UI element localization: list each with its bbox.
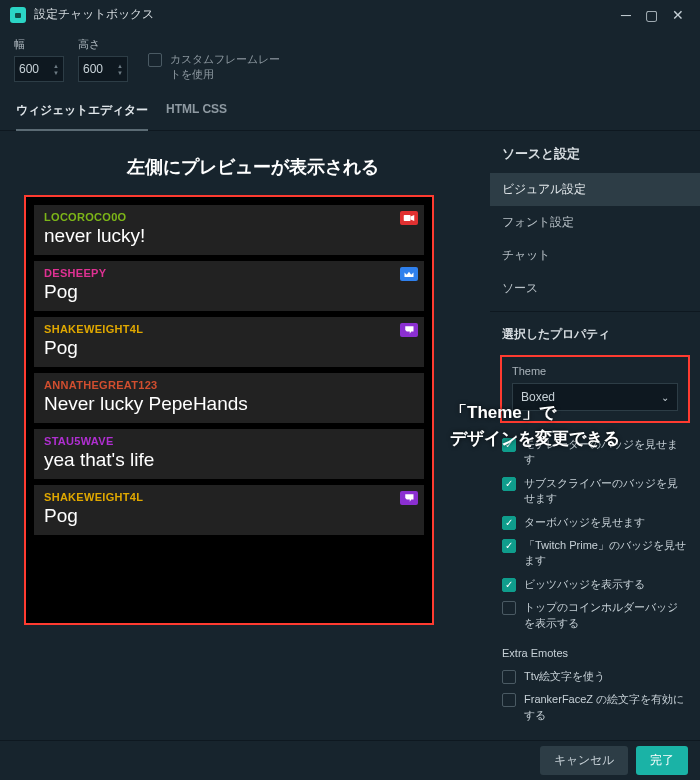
extra-emotes-header: Extra Emotes (490, 635, 700, 665)
chat-text: Never lucky PepeHands (44, 393, 414, 415)
nav-font-settings[interactable]: フォント設定 (490, 206, 700, 239)
chat-text: Pog (44, 505, 414, 527)
chat-message: STAU5WAVEyea that's life (34, 429, 424, 479)
check-prime-badge[interactable]: 「Twitch Prime」のバッジを見せます (490, 534, 700, 573)
checkbox-icon (502, 693, 516, 707)
chat-username: DESHEEPY (44, 267, 414, 279)
checkbox-icon (502, 578, 516, 592)
chat-message: LOCOROCO0Onever lucky! (34, 205, 424, 255)
check-ffz[interactable]: FrankerFaceZ の絵文字を有効にする (490, 688, 700, 727)
chat-username: SHAKEWEIGHT4L (44, 491, 414, 503)
chat-message: DESHEEPYPog (34, 261, 424, 311)
height-input[interactable]: 600 ▲▼ (78, 56, 128, 82)
width-label: 幅 (14, 37, 64, 52)
chat-preview: LOCOROCO0Onever lucky!DESHEEPYPogSHAKEWE… (24, 195, 434, 625)
nav-visual-settings[interactable]: ビジュアル設定 (490, 173, 700, 206)
check-bits-badge[interactable]: ビッツバッジを表示する (490, 573, 700, 596)
chat-message: SHAKEWEIGHT4LPog (34, 485, 424, 535)
minimize-button[interactable]: ─ (621, 7, 631, 23)
close-button[interactable]: ✕ (672, 7, 684, 23)
window-title: 設定チャットボックス (34, 6, 154, 23)
user-badge-icon (400, 323, 418, 337)
tab-html-css[interactable]: HTML CSS (166, 94, 227, 130)
check-sub-badge[interactable]: サブスクライバーのバッジを見せます (490, 472, 700, 511)
height-stepper[interactable]: ▲▼ (117, 63, 123, 76)
check-turbo-badge[interactable]: ターボバッジを見せます (490, 511, 700, 534)
checkbox-icon (502, 601, 516, 615)
width-stepper[interactable]: ▲▼ (53, 63, 59, 76)
checkbox-icon (502, 539, 516, 553)
properties-header: 選択したプロパティ (490, 311, 700, 351)
theme-label: Theme (512, 365, 678, 377)
annotation-theme: 「Theme」で デザインを変更できる (450, 400, 700, 451)
done-button[interactable]: 完了 (636, 746, 688, 775)
nav-chat[interactable]: チャット (490, 239, 700, 272)
titlebar: 設定チャットボックス ─ ▢ ✕ (0, 0, 700, 29)
editor-tabs: ウィジェットエディター HTML CSS (0, 94, 700, 131)
width-input[interactable]: 600 ▲▼ (14, 56, 64, 82)
user-badge-icon (400, 491, 418, 505)
cancel-button[interactable]: キャンセル (540, 746, 628, 775)
user-badge-icon (400, 267, 418, 281)
preview-area: 左側にプレビューが表示される LOCOROCO0Onever lucky!DES… (0, 131, 490, 751)
checkbox-icon (148, 53, 162, 67)
svg-rect-0 (15, 13, 21, 18)
svg-rect-1 (404, 215, 411, 221)
chat-username: ANNATHEGREAT123 (44, 379, 414, 391)
check-ttv[interactable]: Ttv絵文字を使う (490, 665, 700, 688)
height-label: 高さ (78, 37, 128, 52)
settings-header: ソースと設定 (490, 137, 700, 173)
chat-text: never lucky! (44, 225, 414, 247)
chat-message: SHAKEWEIGHT4LPog (34, 317, 424, 367)
chat-text: Pog (44, 337, 414, 359)
chat-username: SHAKEWEIGHT4L (44, 323, 414, 335)
chat-username: LOCOROCO0O (44, 211, 414, 223)
dialog-footer: キャンセル 完了 (0, 740, 700, 780)
app-icon (10, 7, 26, 23)
tab-widget-editor[interactable]: ウィジェットエディター (16, 94, 148, 131)
nav-source[interactable]: ソース (490, 272, 700, 305)
custom-framerate-checkbox[interactable]: カスタムフレームレートを使用 (148, 52, 288, 82)
chat-text: Pog (44, 281, 414, 303)
maximize-button[interactable]: ▢ (645, 7, 658, 23)
chat-username: STAU5WAVE (44, 435, 414, 447)
annotation-preview: 左側にプレビューが表示される (24, 155, 482, 179)
chat-message: ANNATHEGREAT123Never lucky PepeHands (34, 373, 424, 423)
checkbox-icon (502, 516, 516, 530)
check-topcoin-badge[interactable]: トップのコインホルダーバッジを表示する (490, 596, 700, 635)
dimension-controls: 幅 600 ▲▼ 高さ 600 ▲▼ カスタムフレームレートを使用 (0, 29, 700, 94)
checkbox-icon (502, 477, 516, 491)
checkbox-icon (502, 670, 516, 684)
chat-text: yea that's life (44, 449, 414, 471)
user-badge-icon (400, 211, 418, 225)
